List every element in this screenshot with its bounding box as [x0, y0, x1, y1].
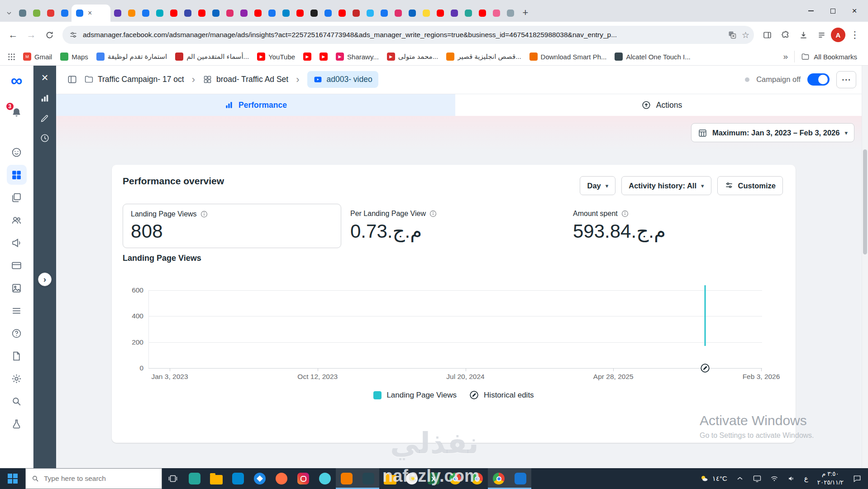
metric-per-landing-page-view[interactable]: Per Landing Page View 0.73.ج.م — [350, 204, 437, 248]
taskbar-app-solid[interactable] — [336, 468, 358, 489]
sidebar-item-assets[interactable] — [7, 278, 27, 298]
sidebar-item-docs[interactable] — [7, 346, 27, 366]
panel-toggle-icon[interactable] — [63, 71, 81, 88]
new-tab-button[interactable]: + — [518, 5, 533, 20]
browser-tab[interactable] — [223, 5, 237, 22]
close-panel-icon[interactable]: × — [41, 72, 48, 83]
metric-card-landing-page-views[interactable]: Landing Page Views 808 — [123, 204, 341, 248]
bookmark-item[interactable]: Maps — [56, 50, 92, 63]
tray-caret-icon[interactable] — [732, 468, 748, 489]
sidebar-item-more-tools[interactable] — [7, 301, 27, 321]
window-maximize-button[interactable] — [822, 0, 844, 22]
more-options-button[interactable]: ⋯ — [836, 71, 856, 88]
tray-display-icon[interactable] — [749, 468, 765, 489]
taskbar-app-solid[interactable] — [184, 468, 205, 489]
campaign-toggle[interactable] — [807, 73, 830, 86]
info-icon[interactable] — [200, 211, 208, 218]
url-text[interactable]: adsmanager.facebook.com/adsmanager/manag… — [83, 31, 723, 39]
bookmark-item[interactable]: Alcatel One Touch I... — [610, 50, 694, 63]
sidebar-item-settings[interactable] — [7, 369, 27, 388]
sidebar-item-search[interactable] — [7, 391, 27, 411]
expand-sidebar-button[interactable]: › — [38, 273, 52, 286]
translate-icon[interactable] — [728, 30, 737, 39]
meta-logo[interactable]: ∞ — [11, 72, 23, 89]
bookmark-item[interactable]: ▶YouTube — [253, 50, 299, 63]
window-minimize-button[interactable] — [800, 0, 822, 22]
sidebar-item-feedback[interactable] — [7, 142, 27, 162]
taskbar-search-input[interactable] — [44, 475, 156, 483]
downloads-icon[interactable] — [795, 26, 812, 43]
bookmark-item[interactable]: أسماء المتقدمين الم... — [171, 50, 253, 63]
back-button[interactable]: ← — [5, 26, 22, 43]
taskbar-app-solid[interactable] — [314, 468, 336, 489]
browser-tab[interactable] — [503, 5, 517, 22]
interval-dropdown[interactable]: Day ▾ — [580, 176, 615, 195]
browser-tab[interactable] — [237, 5, 251, 22]
browser-tab[interactable] — [43, 5, 57, 22]
taskbar-app-folder[interactable] — [205, 468, 227, 489]
taskbar-search[interactable] — [25, 468, 162, 489]
site-settings-icon[interactable] — [69, 30, 78, 39]
taskbar-app-compass[interactable] — [249, 468, 271, 489]
browser-tab[interactable] — [181, 5, 195, 22]
sidebar-item-pages[interactable] — [7, 187, 27, 207]
browser-tab[interactable] — [335, 5, 349, 22]
scrollbar-thumb[interactable] — [863, 149, 867, 254]
sidebar-item-audiences[interactable] — [7, 210, 27, 230]
browser-tab[interactable] — [265, 5, 279, 22]
address-bar[interactable]: adsmanager.facebook.com/adsmanager/manag… — [62, 26, 754, 44]
all-bookmarks-button[interactable]: All Bookmarks — [794, 51, 863, 62]
language-indicator[interactable]: ع — [801, 468, 812, 489]
taskbar-app-solid[interactable] — [358, 468, 379, 489]
bookmark-item[interactable]: ▶Sharawy... — [332, 50, 383, 63]
taskbar-app-solid[interactable] — [510, 468, 531, 489]
edit-pencil-icon[interactable] — [40, 113, 50, 123]
browser-tab[interactable] — [405, 5, 419, 22]
browser-tab[interactable] — [321, 5, 335, 22]
tab-search-icon[interactable] — [3, 5, 15, 22]
browser-tab[interactable] — [293, 5, 307, 22]
bookmark-item[interactable]: استمارة تقدم لوظيفة — [92, 50, 171, 63]
legend-item-landing-page-views[interactable]: Landing Page Views — [373, 391, 457, 400]
browser-tab[interactable] — [138, 5, 153, 22]
bookmark-item[interactable]: ▶محمد متولى... — [383, 50, 442, 63]
browser-tab[interactable] — [475, 5, 489, 22]
taskbar-app-instagram[interactable] — [292, 468, 314, 489]
sidebar-item-billing[interactable] — [7, 255, 27, 275]
browser-tab[interactable] — [15, 5, 29, 22]
browser-tab[interactable] — [363, 5, 377, 22]
breadcrumb-ad-active[interactable]: ad003- video — [307, 71, 378, 88]
browser-tab[interactable] — [251, 5, 265, 22]
start-button[interactable] — [0, 468, 25, 489]
browser-tab[interactable] — [153, 5, 167, 22]
reload-button[interactable] — [41, 26, 58, 43]
breadcrumb-campaign[interactable]: Traffic Campaign- 17 oct — [84, 75, 184, 84]
browser-tab[interactable] — [391, 5, 405, 22]
taskbar-app-task-view[interactable] — [162, 468, 184, 489]
bookmarks-overflow-icon[interactable]: » — [778, 52, 794, 62]
weather-widget[interactable]: ١٤°C — [696, 468, 731, 489]
side-panel-icon[interactable] — [758, 26, 776, 43]
browser-tab[interactable] — [461, 5, 475, 22]
browser-tab[interactable] — [167, 5, 181, 22]
browser-tab[interactable] — [209, 5, 223, 22]
info-icon[interactable] — [429, 210, 437, 217]
browser-tab[interactable] — [195, 5, 209, 22]
taskbar-app-chrome[interactable] — [488, 468, 510, 489]
taskbar-clock[interactable]: ٣:٥٠ م ٢٠٢٥/١١/٢ — [813, 470, 848, 487]
browser-tab[interactable] — [447, 5, 461, 22]
page-scrollbar[interactable] — [862, 65, 868, 468]
activity-history-dropdown[interactable]: Activity history: All ▾ — [621, 176, 711, 195]
date-range-selector[interactable]: Maximum: Jan 3, 2023 – Feb 3, 2026 ▾ — [691, 123, 854, 142]
browser-tab[interactable] — [489, 5, 503, 22]
tab-close-icon[interactable]: × — [88, 10, 92, 17]
bookmark-item[interactable]: قصص انجليزية قصير... — [442, 50, 525, 63]
tab-actions[interactable]: Actions — [455, 94, 868, 116]
forward-button[interactable]: → — [23, 26, 40, 43]
taskbar-app-solid[interactable] — [227, 468, 249, 489]
profile-avatar[interactable]: A — [831, 28, 845, 42]
bookmark-item[interactable]: ▶ — [299, 50, 315, 63]
taskbar-app-solid[interactable] — [271, 468, 292, 489]
tray-network-icon[interactable] — [766, 468, 782, 489]
browser-tab[interactable] — [279, 5, 293, 22]
